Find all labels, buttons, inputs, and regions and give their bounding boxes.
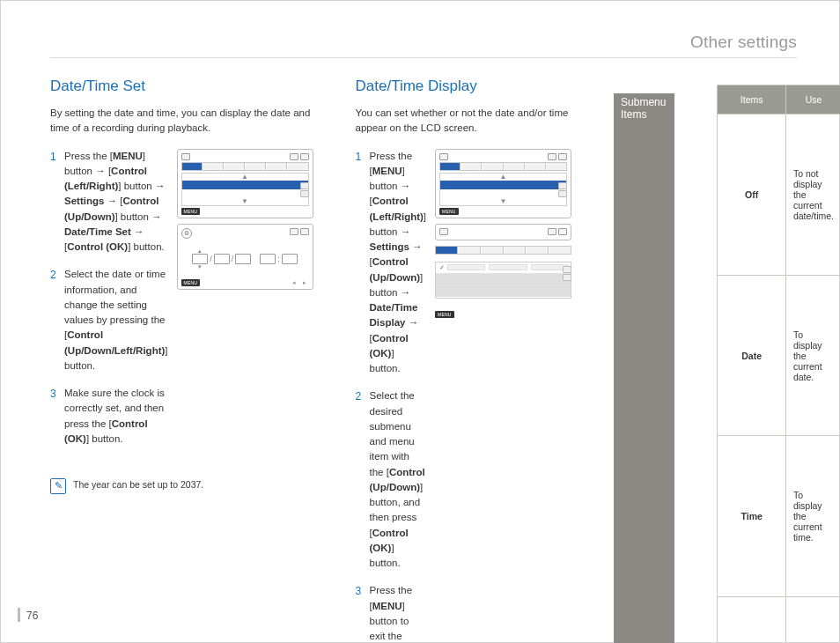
menu-label: MENU [439, 208, 459, 215]
right-column: Date/Time Display You can set whether or… [356, 78, 572, 643]
left-column: Date/Time Set By setting the date and ti… [50, 78, 313, 643]
table-row: Date To display the current date. 01/JAN… [718, 275, 840, 436]
step-3-left: Make sure the clock is correctly set, an… [50, 386, 168, 447]
card-icon [290, 228, 298, 235]
note-text-left: The year can be set up to 2037. [73, 478, 313, 491]
steps-left: Press the [MENU] button → [Control (Left… [50, 149, 168, 447]
menu-list: ▲ ▼ [181, 173, 309, 206]
submenu-list: ✓ [435, 262, 571, 299]
date-field [214, 254, 230, 264]
note-left: ✎ The year can be set up to 2037. [50, 478, 313, 494]
intro-left: By setting the date and time, you can di… [50, 106, 313, 137]
side-icon [300, 190, 309, 197]
step-3-right: Press the [MENU] button to exit the menu… [356, 583, 427, 643]
tab-active [182, 163, 203, 170]
date-field [235, 254, 251, 264]
card-icon [290, 153, 298, 160]
lcd-figure-settings: ▲ ▼ MENU [177, 149, 313, 218]
page-number: 76 [26, 610, 38, 622]
date-edit-row: ▴▾ / / : [181, 240, 309, 277]
time-field [282, 254, 298, 264]
time-field [260, 254, 276, 264]
home-icon [181, 153, 190, 160]
gear-icon: ⚙ [181, 228, 192, 239]
page-header: Other settings [50, 33, 797, 58]
card-icon [548, 153, 556, 160]
table-row: Time To display the current time. 00:00 [718, 436, 840, 597]
section-title-right: Date/Time Display [356, 78, 572, 95]
figures-left: ▲ ▼ MENU ⚙ [177, 149, 313, 290]
date-field [192, 254, 208, 264]
side-icon [300, 182, 309, 189]
menu-label: MENU [435, 311, 454, 318]
tab-row [181, 162, 309, 171]
table-row: Date & Time To display the current date … [718, 597, 840, 643]
battery-icon [300, 153, 309, 160]
chevron-down-icon: ▾ [198, 264, 202, 270]
home-icon [439, 153, 448, 160]
battery-icon [300, 228, 309, 235]
step-2-left: Select the date or time information, and… [50, 267, 168, 373]
chevron-up-icon: ▲ [182, 174, 308, 181]
step-1-right: Press the [MENU] button → [Control (Left… [356, 149, 427, 377]
th-items: Items [718, 85, 786, 115]
lcd-figure-settings: ▲ ▼ MENU [435, 149, 571, 218]
th-use: Use [785, 85, 840, 115]
menu-row-selected [182, 181, 308, 189]
menu-label: MENU [181, 279, 201, 286]
chevron-down-icon: ▼ [440, 198, 566, 205]
battery-icon [558, 153, 567, 160]
chevron-up-icon: ▲ [440, 174, 566, 181]
intro-right: You can set whether or not the date and/… [356, 106, 572, 137]
manual-page: Other settings Date/Time Set By setting … [0, 0, 840, 643]
note-icon: ✎ [50, 478, 66, 494]
table-row: Off To not display the current date/time… [718, 115, 840, 276]
menu-label: MENU [181, 208, 201, 215]
chevron-up-icon: ▴ [198, 248, 202, 254]
step-1-left: Press the [MENU] button → [Control (Left… [50, 149, 168, 255]
check-icon: ✓ [438, 264, 446, 271]
submenu-table: Items Use On-screen display Off To not d… [717, 85, 840, 643]
figures-right: ▲ ▼ MENU ✓ [435, 149, 571, 320]
lcd-figure-date-edit: ⚙ ▴▾ / / : [177, 224, 313, 290]
chevron-down-icon: ▼ [182, 198, 308, 205]
home-icon [439, 228, 448, 235]
steps-right: Press the [MENU] button → [Control (Left… [356, 149, 427, 644]
submenu-heading: Submenu Items [614, 93, 674, 643]
lcd-figure-submenu [435, 224, 571, 240]
step-2-right: Select the desired submenu and menu item… [356, 388, 427, 571]
left-right-icon: ◂ ▸ [292, 279, 309, 286]
section-title-left: Date/Time Set [50, 78, 313, 95]
